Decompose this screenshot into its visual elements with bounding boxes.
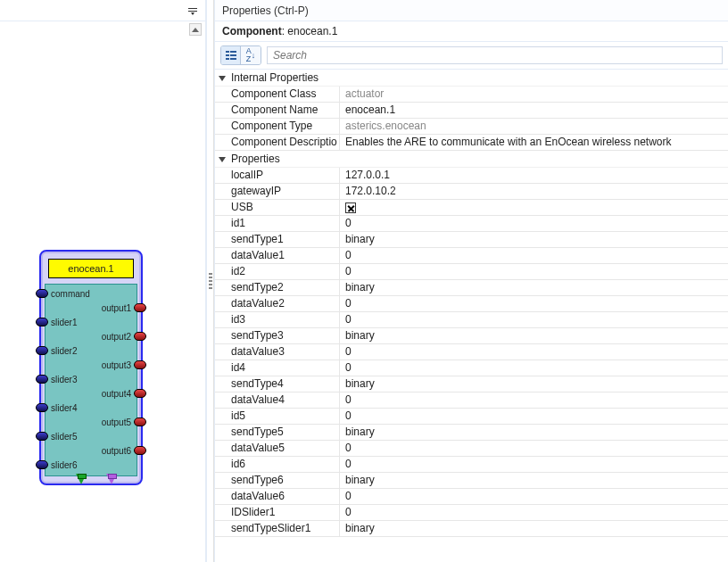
property-row[interactable]: sendType6binary [215,473,728,489]
property-value[interactable]: binary [340,280,728,295]
property-value[interactable]: 0 [340,360,728,376]
property-row[interactable]: dataValue10 [215,248,728,264]
event-listener-port-icon[interactable] [76,474,87,484]
input-pin-icon[interactable] [36,346,48,355]
canvas-scrollbar[interactable] [189,23,203,560]
property-group-header[interactable]: Properties [215,151,728,168]
property-value[interactable]: 0 [340,489,728,504]
input-port[interactable]: slider6 [46,458,136,472]
property-row[interactable]: sendType3binary [215,328,728,344]
property-row[interactable]: Component Typeasterics.enocean [215,119,728,135]
alphabetical-view-button[interactable]: AZ↓ [241,46,261,64]
property-value[interactable]: binary [340,473,728,488]
input-pin-icon[interactable] [36,432,48,441]
property-row[interactable]: IDSlider10 [215,505,728,521]
property-value[interactable]: 0 [340,505,728,520]
input-port[interactable]: slider3 [46,372,136,386]
property-group-header[interactable]: Internal Properties [215,70,728,87]
property-row[interactable]: sendTypeSlider1binary [215,521,728,537]
property-value[interactable]: binary [340,232,728,247]
event-trigger-port-icon[interactable] [106,474,117,484]
property-row[interactable]: id30 [215,312,728,328]
property-row[interactable]: id20 [215,264,728,280]
input-pin-icon[interactable] [36,403,48,412]
input-pin-icon[interactable] [36,318,48,326]
property-row[interactable]: dataValue40 [215,393,728,409]
input-pin-icon[interactable] [36,289,48,298]
input-pin-icon[interactable] [36,375,48,384]
property-key: dataValue4 [215,393,340,408]
categorized-view-button[interactable] [221,46,241,64]
canvas-area[interactable]: enocean.1 commandoutput1slider1output2sl… [0,21,205,562]
property-value[interactable]: binary [340,376,728,392]
property-row[interactable]: sendType5binary [215,425,728,441]
output-port[interactable]: output2 [46,329,136,343]
property-row[interactable]: dataValue30 [215,344,728,360]
property-row[interactable]: sendType4binary [215,376,728,393]
component-block[interactable]: enocean.1 commandoutput1slider1output2sl… [39,250,143,485]
property-value[interactable]: 172.0.10.2 [340,184,728,199]
property-row[interactable]: gatewayIP172.0.10.2 [215,184,728,200]
collapse-caret-icon[interactable] [219,157,226,162]
property-value[interactable]: 0 [340,393,728,408]
property-value[interactable]: 0 [340,296,728,311]
property-value[interactable]: 0 [340,248,728,263]
output-pin-icon[interactable] [134,360,146,369]
output-port[interactable]: output6 [46,443,136,458]
property-value[interactable]: 0 [340,264,728,279]
property-value[interactable]: 0 [340,441,728,456]
property-row[interactable]: id50 [215,409,728,425]
property-value[interactable]: 0 [340,312,728,327]
input-port[interactable]: slider4 [46,401,136,415]
scroll-up-button[interactable] [189,23,202,36]
input-port[interactable]: slider2 [46,343,136,358]
property-row[interactable]: sendType2binary [215,280,728,296]
output-pin-icon[interactable] [134,446,146,455]
panel-splitter[interactable] [207,0,214,562]
port-label: slider6 [49,460,79,470]
property-value[interactable]: 0 [340,216,728,231]
property-row[interactable]: sendType1binary [215,232,728,248]
property-value[interactable]: binary [340,521,728,536]
collapse-caret-icon[interactable] [219,76,226,81]
property-row[interactable]: id40 [215,360,728,376]
port-label: slider4 [49,403,79,413]
property-row[interactable]: USB [215,200,728,216]
property-row[interactable]: Component Classactuator [215,87,728,103]
property-value[interactable]: 0 [340,409,728,424]
svg-rect-1 [188,11,197,12]
search-input[interactable] [267,46,723,64]
output-pin-icon[interactable] [134,417,146,426]
property-value[interactable]: binary [340,328,728,343]
output-port[interactable]: output1 [46,301,136,315]
toolbar-overflow-icon[interactable] [186,4,200,18]
property-value[interactable]: asterics.enocean [340,119,728,134]
property-value[interactable] [340,200,728,215]
checkbox-checked-icon[interactable] [345,202,356,213]
output-pin-icon[interactable] [134,389,146,398]
property-row[interactable]: dataValue50 [215,441,728,457]
output-port[interactable]: output3 [46,358,136,372]
property-row[interactable]: Component Nameenocean.1 [215,103,728,119]
input-pin-icon[interactable] [36,460,48,469]
output-pin-icon[interactable] [134,303,146,312]
property-row[interactable]: id10 [215,216,728,232]
output-port[interactable]: output4 [46,386,136,401]
property-row[interactable]: localIP127.0.0.1 [215,168,728,184]
property-value[interactable]: 0 [340,344,728,360]
property-value[interactable]: binary [340,425,728,440]
property-row[interactable]: dataValue20 [215,296,728,312]
property-row[interactable]: dataValue60 [215,489,728,505]
property-value[interactable]: 0 [340,457,728,472]
output-pin-icon[interactable] [134,332,146,341]
input-port[interactable]: command [46,286,136,301]
property-value[interactable]: 127.0.0.1 [340,168,728,183]
input-port[interactable]: slider1 [46,315,136,329]
property-value[interactable]: enocean.1 [340,103,728,118]
property-value[interactable]: Enables the ARE to communicate with an E… [340,135,728,150]
output-port[interactable]: output5 [46,415,136,429]
property-value[interactable]: actuator [340,87,728,102]
property-row[interactable]: Component DescriptioEnables the ARE to c… [215,135,728,151]
input-port[interactable]: slider5 [46,429,136,443]
property-row[interactable]: id60 [215,457,728,473]
